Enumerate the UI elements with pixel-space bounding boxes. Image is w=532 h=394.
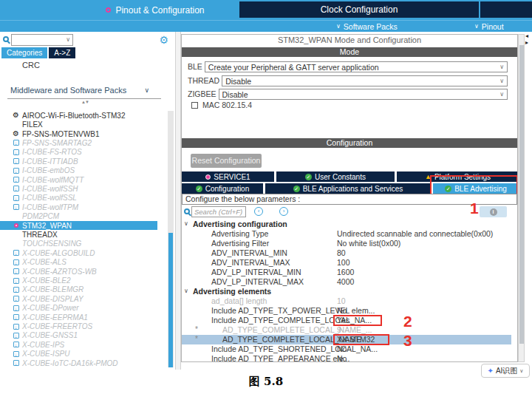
param-value[interactable]: 80 — [337, 248, 346, 257]
mac-checkbox[interactable] — [191, 102, 198, 109]
resize-handle-icon[interactable]: ▲▼ — [81, 100, 89, 104]
param-row[interactable]: *AD_TYPE_COMPLETE_LOCAL_NAME3XX-STM32 — [182, 335, 511, 344]
param-value[interactable]: 10 — [337, 296, 346, 305]
sidebar-item[interactable]: ↓X-CUBE-ISPU — [0, 350, 167, 359]
sidebar-item[interactable]: STM32_WPAN — [0, 221, 157, 230]
sidebar-item-label: I-CUBE-wolfSSH — [22, 185, 78, 193]
sidebar-item[interactable]: ↓X-CUBE-BLEMGR — [0, 285, 167, 294]
main-scrollbar[interactable] — [518, 34, 525, 362]
sidebar-item[interactable]: ↓X-CUBE-IPS — [0, 340, 167, 349]
gear-icon[interactable]: ⚙ — [159, 34, 168, 46]
expand-all-icon[interactable]: › — [279, 207, 288, 216]
tree-section-header[interactable]: ∨Advertising configuration — [182, 220, 518, 229]
tab-clock-configuration[interactable]: Clock Configuration — [239, 1, 479, 18]
sidebar-item[interactable]: ↓I-CUBE-embOS — [0, 166, 167, 174]
sidebar-scrollbar-thumb[interactable] — [168, 233, 173, 367]
param-row[interactable]: ADV_LP_INTERVAL_MIN1600 — [182, 268, 518, 277]
tab-categories[interactable]: Categories — [1, 47, 47, 58]
param-value[interactable]: No — [337, 344, 347, 353]
main-scrollbar-thumb[interactable] — [519, 45, 524, 344]
param-row[interactable]: Include AD_TYPE_SHORTENED_LOCAL_NA...No — [182, 344, 518, 354]
param-row[interactable]: Include AD_TYPE_COMPLETE_LOCAL_NA...2Yes — [182, 316, 518, 325]
param-row[interactable]: Advertising TypeUndirected scannable and… — [182, 229, 518, 239]
param-row[interactable]: ad_data[] length10 — [182, 296, 518, 306]
sidebar-scrollbar[interactable] — [168, 111, 174, 367]
mode-row-zigbee: ZIGBEE Disable ∨ — [188, 89, 508, 100]
ai-recognize-button[interactable]: AI识图 ∨ — [481, 364, 530, 378]
sidebar-item[interactable]: ↓X-CUBE-AZRTOS-WB — [0, 267, 167, 276]
param-row[interactable]: ADV_INTERVAL_MIN80 — [182, 248, 518, 258]
reset-configuration-button[interactable]: Reset Configuration — [191, 154, 262, 168]
sidebar-item-label: I-CUBE-wolfMQTT — [22, 176, 83, 184]
sidebar-item[interactable]: ↓I-CUBE-FS-RTOS — [0, 148, 167, 157]
param-value[interactable]: No — [337, 306, 347, 315]
chevron-down-icon: ∨ — [184, 288, 188, 294]
sidebar-item[interactable]: ↓I-CUBE-ITTIADB — [0, 157, 167, 166]
sub-nav-bar: ∨ Software Packs ∨ Pinout — [0, 20, 532, 32]
sidebar-item[interactable]: ↓X-CUBE-GNSS1 — [0, 331, 167, 340]
download-icon: ↓ — [13, 324, 19, 330]
info-button[interactable]: i — [480, 206, 507, 217]
param-value[interactable]: No white list(0x00) — [337, 239, 400, 248]
required-asterisk: * — [195, 325, 198, 333]
sidebar-item[interactable]: ⚙FP-SNS-MOTENVWB1 — [0, 129, 167, 138]
sidebar-item[interactable]: ↓X-CUBE-ALS — [0, 258, 167, 267]
sidebar-item[interactable]: ↓I-CUBE-wolfSSL — [0, 194, 167, 203]
tab-ble-applications[interactable]: BLE Applications and Services — [265, 183, 431, 194]
sidebar-search-combo[interactable]: ∨ — [11, 34, 73, 46]
tab-a-to-z[interactable]: A->Z — [49, 47, 75, 58]
param-value[interactable]: XX-STM32 — [337, 335, 375, 344]
sidebar-item[interactable]: THREADX — [0, 230, 167, 239]
param-label: ADV_LP_INTERVAL_MAX — [211, 277, 304, 286]
sidebar-item[interactable]: ↓I-CUBE-wolfTPM — [0, 203, 167, 211]
sidebar-item[interactable]: ↓I-CUBE-wolfMQTT — [0, 175, 167, 184]
tab-platform-settings[interactable]: Platform Settings — [397, 171, 518, 182]
param-row[interactable]: Advertising FilterNo white list(0x00) — [182, 239, 518, 248]
sidebar-divider — [7, 98, 161, 99]
param-value[interactable]: 4000 — [337, 277, 354, 286]
pinout-view-menu[interactable]: ∨ Pinout — [474, 21, 504, 32]
tree-section-header[interactable]: ∨Advertising elements — [182, 287, 518, 296]
ble-mode-select[interactable]: Create your Peripheral & GATT server app… — [205, 61, 508, 72]
param-value[interactable]: 9 — [337, 325, 341, 334]
param-row[interactable]: ADV_LP_INTERVAL_MAX4000 — [182, 277, 518, 287]
tab-pinout-configuration[interactable]: Pinout & Configuration — [71, 0, 239, 20]
sidebar-item[interactable]: PDM2PCM — [0, 211, 167, 220]
sidebar-item[interactable]: ↓X-CUBE-BLE2 — [0, 276, 167, 285]
param-value[interactable]: Yes — [337, 316, 349, 325]
thread-mode-select[interactable]: Disable ∨ — [222, 75, 508, 86]
tab-ble-advertising[interactable]: BLE Advertising — [433, 183, 518, 194]
parameter-search-input[interactable] — [191, 206, 246, 217]
sidebar-item[interactable]: ↓FP-SNS-SMARTAG2 — [0, 138, 167, 147]
collapse-all-icon[interactable]: ‹ — [254, 207, 263, 216]
param-value[interactable]: No — [337, 354, 347, 362]
param-value[interactable]: 1600 — [337, 268, 354, 276]
param-row[interactable]: ADV_INTERVAL_MAX100 — [182, 258, 518, 268]
tab-user-constants[interactable]: User Constants — [276, 171, 395, 182]
software-packs-menu[interactable]: ∨ Software Packs — [336, 21, 398, 32]
sidebar-item[interactable]: ↓X-CUBE-DPower — [0, 304, 167, 313]
param-value[interactable]: Undirected scannable and connectable(0x0… — [337, 229, 493, 238]
param-label: ADV_INTERVAL_MAX — [211, 258, 290, 267]
sidebar-item[interactable]: ↓X-CUBE-EEPRMA1 — [0, 313, 167, 322]
panel-splitter[interactable] — [175, 32, 181, 370]
sidebar-item[interactable]: ↓X-CUBE-ALGOBUILD — [0, 248, 167, 257]
middleware-section-header[interactable]: Middleware and Software Packs ∨ — [10, 86, 166, 95]
param-value[interactable]: 100 — [337, 258, 350, 267]
sidebar-item[interactable]: ⚙AIROC-Wi-Fi-Bluetooth-STM32 — [0, 111, 167, 120]
sidebar-item[interactable]: ↓X-CUBE-DISPLAY — [0, 294, 167, 303]
sidebar-item[interactable]: ↓I-CUBE-wolfSSH — [0, 184, 167, 193]
tab-configuration[interactable]: Configuration — [182, 183, 263, 194]
tab-clock-label: Clock Configuration — [321, 4, 398, 15]
download-icon: ↓ — [13, 259, 19, 265]
param-row[interactable]: Include AD_TYPE_APPEARANCE ele...No — [182, 354, 518, 362]
sidebar-item[interactable]: ↓X-CUBE-FREERTOS — [0, 322, 167, 330]
sidebar-item[interactable]: TOUCHSENSING — [0, 240, 167, 248]
panel-collapse-arrows-icon[interactable]: ◂▸ — [525, 33, 528, 46]
sidebar-item[interactable]: FILEX — [0, 120, 167, 129]
zigbee-mode-select[interactable]: Disable ∨ — [219, 89, 508, 100]
sidebar-item-crc[interactable]: CRC — [22, 61, 40, 69]
sidebar-item-icon-slot: ↓ — [11, 268, 21, 274]
sidebar-item[interactable]: ↓X-CUBE-IoTC-DA16k-PMOD — [0, 359, 167, 367]
tab-service1[interactable]: SERVICE1 — [182, 171, 274, 182]
